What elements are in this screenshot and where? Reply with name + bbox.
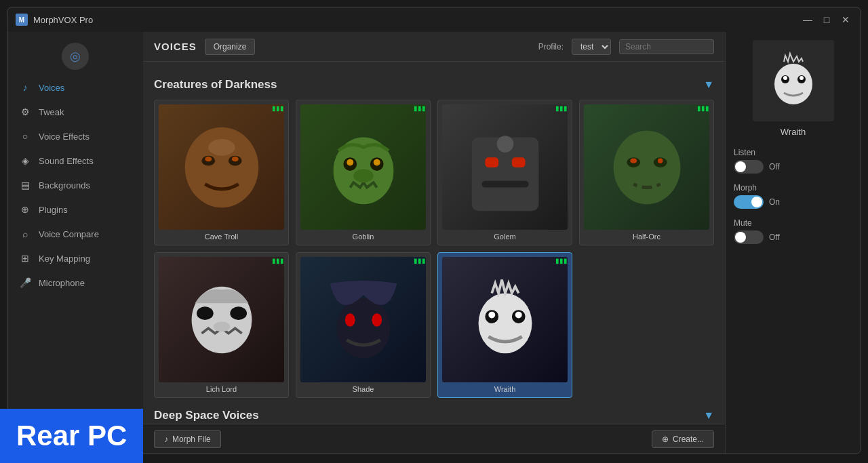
- sidebar-item-sound-effects[interactable]: ◈ Sound Effects: [7, 148, 143, 173]
- svg-point-68: [774, 64, 812, 104]
- mute-label: Mute: [734, 218, 852, 228]
- sidebar-label-plugins: Plugins: [39, 205, 68, 215]
- voice-card-lich-lord[interactable]: ▮▮▮: [154, 252, 289, 398]
- listen-control: Listen Off: [734, 148, 852, 174]
- sidebar-item-microphone[interactable]: 🎤 Microphone: [7, 270, 143, 295]
- selected-voice-svg: [760, 47, 827, 115]
- voice-name-goblin: Goblin: [353, 233, 374, 241]
- title-bar: M MorphVOX Pro — □ ✕: [7, 7, 861, 32]
- microphone-icon: 🎤: [18, 276, 32, 289]
- create-button[interactable]: ⊕ Create...: [652, 430, 714, 448]
- search-input[interactable]: [619, 39, 714, 54]
- sidebar-label-backgrounds: Backgrounds: [39, 180, 90, 190]
- sidebar-item-voices[interactable]: ♪ Voices: [7, 75, 143, 100]
- wraith-svg: [455, 270, 555, 370]
- mute-toggle[interactable]: [734, 230, 764, 244]
- tweak-icon: ⚙: [18, 105, 32, 119]
- sidebar-item-voice-effects[interactable]: ○ Voice Effects: [7, 124, 143, 148]
- lich-lord-svg: [172, 270, 272, 370]
- voice-grid-creatures: ▮▮▮: [154, 100, 714, 398]
- svg-point-5: [208, 139, 235, 156]
- organize-button[interactable]: Organize: [205, 39, 256, 55]
- logo-icon: ◎: [70, 49, 81, 64]
- voice-effects-icon: ○: [18, 129, 32, 143]
- sidebar-item-key-mapping[interactable]: ⊞ Key Mapping: [7, 246, 143, 270]
- morph-toggle[interactable]: [734, 195, 764, 209]
- sidebar-label-voice-effects: Voice Effects: [39, 132, 90, 142]
- voice-portrait-wraith: [442, 257, 568, 382]
- voice-portrait-goblin: [300, 104, 426, 230]
- svg-point-35: [515, 311, 521, 318]
- voice-card-shade[interactable]: ▮▮▮: [296, 252, 431, 398]
- sidebar-item-backgrounds[interactable]: ▤ Backgrounds: [7, 173, 143, 197]
- sidebar-item-voice-compare[interactable]: ⌕ Voice Compare: [7, 222, 143, 246]
- svg-point-11: [353, 169, 374, 182]
- window-controls: — □ ✕: [801, 13, 852, 26]
- watermark-text: Rear PC: [16, 420, 127, 451]
- main-content: VOICES Organize Profile: test Creatures …: [143, 32, 725, 454]
- voice-card-wraith[interactable]: ▮▮▮: [437, 252, 572, 398]
- listen-toggle[interactable]: [734, 160, 764, 174]
- svg-point-72: [800, 76, 804, 80]
- toolbar-title: VOICES: [154, 41, 197, 52]
- category-header-deep-space: Deep Space Voices ▼: [154, 409, 714, 422]
- svg-point-31: [478, 293, 532, 353]
- voice-card-half-orc[interactable]: ▮▮▮: [579, 100, 714, 245]
- voice-name-half-orc: Half-Orc: [633, 233, 660, 241]
- category-arrow-deep-space[interactable]: ▼: [703, 409, 714, 422]
- voice-card-golem[interactable]: ▮▮▮: [437, 100, 572, 245]
- svg-point-4: [231, 156, 238, 161]
- svg-point-10: [373, 159, 380, 165]
- svg-point-3: [205, 156, 212, 161]
- svg-point-16: [496, 136, 513, 153]
- voice-card-goblin[interactable]: ▮▮▮: [296, 100, 431, 245]
- svg-point-27: [213, 321, 230, 331]
- svg-rect-15: [481, 180, 528, 187]
- category-title-creatures: Creatures of Darkness: [154, 78, 277, 92]
- voice-compare-icon: ⌕: [18, 227, 32, 241]
- morph-toggle-knob: [751, 197, 762, 207]
- mute-toggle-knob: [735, 232, 746, 243]
- svg-point-17: [613, 130, 680, 204]
- profile-select[interactable]: test: [572, 39, 611, 55]
- listen-state: Off: [769, 162, 780, 172]
- bottom-bar: ♪ Morph File ⊕ Create...: [143, 424, 725, 454]
- category-deep-space: Deep Space Voices ▼ ▮▮▮: [154, 409, 714, 424]
- morph-state: On: [769, 197, 780, 207]
- portrait-img-lich-lord: [159, 257, 284, 382]
- voice-portrait-shade: [300, 257, 426, 382]
- voice-portrait-cave-troll: [159, 104, 284, 230]
- morph-file-button[interactable]: ♪ Morph File: [154, 430, 221, 448]
- portrait-img-wraith: [442, 257, 568, 382]
- backgrounds-icon: ▤: [18, 178, 32, 192]
- close-button[interactable]: ✕: [839, 13, 852, 26]
- cave-troll-svg: [172, 117, 272, 218]
- golem-svg: [455, 117, 555, 218]
- goblin-svg: [313, 117, 414, 218]
- portrait-img-golem: [442, 104, 568, 230]
- svg-rect-14: [511, 157, 525, 167]
- category-arrow-creatures[interactable]: ▼: [703, 79, 714, 91]
- maximize-button[interactable]: □: [820, 13, 833, 26]
- app-window: M MorphVOX Pro — □ ✕ ◎ ♪ Voices ⚙ Tweak …: [7, 7, 861, 454]
- sidebar-item-plugins[interactable]: ⊕ Plugins: [7, 197, 143, 222]
- morph-file-icon: ♪: [164, 435, 168, 444]
- svg-point-34: [488, 311, 495, 318]
- mute-control: Mute Off: [734, 218, 852, 244]
- sidebar: ◎ ♪ Voices ⚙ Tweak ○ Voice Effects ◈ Sou…: [7, 32, 143, 454]
- app-title: MorphVOX Pro: [33, 15, 801, 25]
- selected-voice-preview: [753, 40, 834, 121]
- sidebar-label-sound-effects: Sound Effects: [39, 156, 94, 166]
- mute-state: Off: [769, 233, 780, 242]
- svg-point-71: [783, 76, 787, 80]
- sidebar-item-tweak[interactable]: ⚙ Tweak: [7, 100, 143, 124]
- sidebar-label-voice-compare: Voice Compare: [39, 229, 99, 239]
- voice-card-cave-troll[interactable]: ▮▮▮: [154, 100, 289, 245]
- portrait-img-goblin: [300, 104, 426, 230]
- voices-area: Creatures of Darkness ▼ ▮▮▮: [143, 62, 725, 424]
- app-body: ◎ ♪ Voices ⚙ Tweak ○ Voice Effects ◈ Sou…: [7, 32, 861, 454]
- signal-icon-goblin: ▮▮▮: [414, 104, 426, 112]
- minimize-button[interactable]: —: [801, 13, 814, 26]
- voice-portrait-golem: [442, 104, 568, 230]
- svg-point-29: [344, 313, 355, 327]
